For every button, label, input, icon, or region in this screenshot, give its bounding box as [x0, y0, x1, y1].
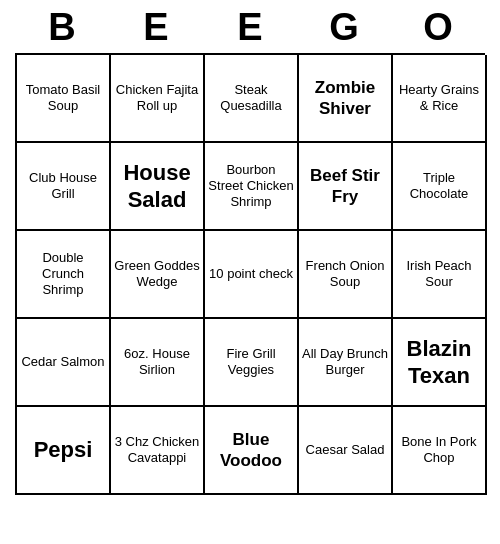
bingo-cell-24: Bone In Pork Chop — [393, 407, 487, 495]
bingo-cell-3: Zombie Shiver — [299, 55, 393, 143]
bingo-cell-19: Blazin Texan — [393, 319, 487, 407]
bingo-cell-1: Chicken Fajita Roll up — [111, 55, 205, 143]
bingo-cell-14: Irish Peach Sour — [393, 231, 487, 319]
header-e2: E — [206, 6, 294, 49]
bingo-cell-6: House Salad — [111, 143, 205, 231]
bingo-cell-20: Pepsi — [17, 407, 111, 495]
header-o: O — [394, 6, 482, 49]
bingo-header: B E E G O — [15, 0, 485, 53]
bingo-cell-10: Double Crunch Shrimp — [17, 231, 111, 319]
bingo-cell-5: Club House Grill — [17, 143, 111, 231]
bingo-cell-11: Green Goddes Wedge — [111, 231, 205, 319]
bingo-cell-18: All Day Brunch Burger — [299, 319, 393, 407]
bingo-cell-23: Caesar Salad — [299, 407, 393, 495]
bingo-cell-21: 3 Chz Chicken Cavatappi — [111, 407, 205, 495]
bingo-cell-15: Cedar Salmon — [17, 319, 111, 407]
bingo-cell-22: Blue Voodoo — [205, 407, 299, 495]
bingo-cell-8: Beef Stir Fry — [299, 143, 393, 231]
bingo-cell-0: Tomato Basil Soup — [17, 55, 111, 143]
bingo-cell-2: Steak Quesadilla — [205, 55, 299, 143]
header-b: B — [18, 6, 106, 49]
header-g: G — [300, 6, 388, 49]
bingo-cell-16: 6oz. House Sirlion — [111, 319, 205, 407]
bingo-cell-4: Hearty Grains & Rice — [393, 55, 487, 143]
bingo-cell-7: Bourbon Street Chicken Shrimp — [205, 143, 299, 231]
bingo-cell-13: French Onion Soup — [299, 231, 393, 319]
bingo-grid: Tomato Basil SoupChicken Fajita Roll upS… — [15, 53, 485, 495]
bingo-cell-12: 10 point check — [205, 231, 299, 319]
bingo-cell-9: Triple Chocolate — [393, 143, 487, 231]
header-e1: E — [112, 6, 200, 49]
bingo-cell-17: Fire Grill Veggies — [205, 319, 299, 407]
